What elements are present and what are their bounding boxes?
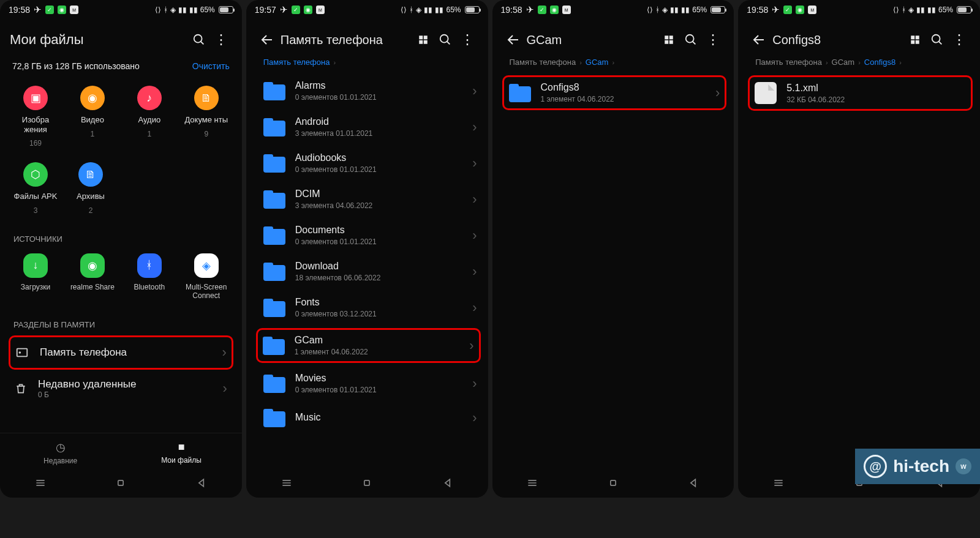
telegram-icon: ✈ — [526, 4, 534, 15]
nav-menu-icon[interactable] — [281, 477, 293, 489]
wifi-icon: ◈ — [170, 6, 176, 14]
search-icon[interactable] — [434, 29, 456, 51]
chevron-right-icon: › — [472, 264, 477, 280]
nav-home-icon[interactable] — [361, 477, 373, 489]
recent-deleted-item[interactable]: Недавно удаленные 0 Б › — [0, 370, 242, 408]
nav-menu-icon[interactable] — [772, 477, 785, 489]
item-name: GCam — [295, 335, 459, 346]
battery-icon — [957, 6, 971, 13]
svg-rect-21 — [669, 35, 673, 39]
bluetooth-icon: ᚼ — [655, 6, 660, 14]
overflow-menu-icon[interactable]: ⋮ — [456, 29, 478, 51]
status-badge-3: м — [316, 6, 325, 14]
status-bar: 19:58 ✈ ✓ ◉ м ⟨⟩ ᚼ ◈ ▮▮ ▮▮ 65% — [738, 0, 980, 20]
cat-docs[interactable]: 🗎 Докуме нты 9 — [182, 86, 231, 148]
item-name: Music — [295, 412, 462, 423]
folder-icon — [263, 190, 285, 209]
cat-label: Аудио — [125, 115, 174, 125]
src-label: Загрузки — [11, 283, 60, 291]
cat-count: 2 — [66, 206, 115, 215]
folder-row[interactable]: Alarms0 элементов 01.01.2021› — [246, 73, 488, 109]
src-downloads[interactable]: ↓ Загрузки — [11, 253, 60, 301]
signal2-icon: ▮▮ — [681, 6, 690, 14]
nav-menu-icon[interactable] — [526, 477, 538, 489]
folder-row[interactable]: Fonts0 элементов 03.12.2021› — [246, 290, 488, 326]
nav-home-icon[interactable] — [115, 477, 127, 489]
back-button[interactable] — [748, 29, 770, 51]
nav-back-icon[interactable] — [195, 477, 208, 489]
overflow-menu-icon[interactable]: ⋮ — [210, 29, 232, 51]
folder-row[interactable]: Music› — [246, 402, 488, 435]
crumb-root[interactable]: Память телефона — [510, 58, 576, 67]
folder-icon — [263, 82, 285, 100]
folder-row[interactable]: Documents0 элементов 01.01.2021› — [246, 217, 488, 253]
folder-row[interactable]: Android3 элемента 01.01.2021› — [246, 109, 488, 145]
overflow-menu-icon[interactable]: ⋮ — [948, 29, 970, 51]
crumb-root[interactable]: Память телефона — [263, 58, 330, 67]
grid-view-icon[interactable] — [412, 29, 434, 51]
folder-icon — [263, 154, 285, 173]
signal2-icon: ▮▮ — [189, 6, 198, 14]
svg-rect-9 — [419, 35, 423, 39]
nav-back-icon[interactable] — [687, 477, 699, 489]
share-icon: ◉ — [80, 253, 105, 278]
src-bluetooth[interactable]: ᚼ Bluetooth — [125, 253, 174, 301]
folder-icon — [263, 299, 285, 317]
src-multiscreen[interactable]: ◈ Multi-Screen Connect — [182, 253, 231, 301]
back-button[interactable] — [502, 29, 524, 51]
search-icon[interactable] — [926, 29, 948, 51]
clear-button[interactable]: Очистить — [192, 61, 230, 71]
crumb-gcam[interactable]: GCam — [832, 58, 855, 67]
folder-icon — [263, 118, 285, 136]
nav-back-icon[interactable] — [442, 477, 454, 489]
back-button[interactable] — [256, 29, 278, 51]
search-icon[interactable] — [188, 29, 210, 51]
page-title: Мои файлы — [10, 32, 188, 48]
nav-home-icon[interactable] — [607, 477, 619, 489]
cat-count: 3 — [11, 206, 60, 215]
cat-video[interactable]: ◉ Видео 1 — [68, 86, 117, 148]
grid-view-icon[interactable] — [658, 29, 680, 51]
folder-row[interactable]: DCIM3 элемента 04.06.2022› — [246, 181, 488, 217]
svg-point-35 — [932, 35, 940, 43]
grid-view-icon[interactable] — [904, 29, 926, 51]
overflow-menu-icon[interactable]: ⋮ — [702, 29, 724, 51]
folder-list: Configs81 элемент 04.06.2022› — [492, 73, 734, 472]
crumb-configs8[interactable]: Configs8 — [864, 58, 895, 67]
cat-archives[interactable]: 🗎 Архивы 2 — [66, 162, 115, 215]
cat-apk[interactable]: ⬡ Файлы APK 3 — [11, 162, 60, 215]
trash-icon — [15, 383, 27, 395]
status-badge-2: ◉ — [796, 6, 804, 14]
category-grid-2: ⬡ Файлы APK 3 🗎 Архивы 2 — [0, 159, 242, 226]
section-storage: РАЗДЕЛЫ В ПАМЯТИ — [0, 312, 242, 335]
folder-icon — [263, 337, 285, 355]
storage-icon — [15, 346, 29, 359]
crumb-gcam[interactable]: GCam — [586, 58, 609, 67]
item-label: Недавно удаленные — [38, 378, 211, 390]
phone-storage-item[interactable]: Память телефона › — [9, 335, 233, 370]
file-row[interactable]: 5.1.xml32 КБ 04.06.2022 — [748, 75, 973, 111]
cat-images[interactable]: ▣ Изобра жения 169 — [11, 86, 60, 148]
svg-line-25 — [693, 42, 696, 45]
folder-row[interactable]: Audiobooks0 элементов 01.01.2021› — [246, 145, 488, 181]
cat-audio[interactable]: ♪ Аудио 1 — [125, 86, 174, 148]
folder-row[interactable]: Movies0 элементов 01.01.2021› — [246, 365, 488, 402]
item-name: Movies — [295, 373, 462, 384]
tab-recent[interactable]: ◷ Недавние — [0, 433, 121, 472]
signal2-icon: ▮▮ — [435, 6, 443, 14]
src-realme-share[interactable]: ◉ realme Share — [68, 253, 117, 301]
cat-count: 169 — [11, 139, 60, 148]
sources-grid: ↓ Загрузки ◉ realme Share ᚼ Bluetooth ◈ … — [0, 250, 242, 312]
search-icon[interactable] — [680, 29, 702, 51]
folder-row[interactable]: GCam1 элемент 04.06.2022› — [256, 328, 481, 363]
folder-row[interactable]: Download18 элементов 06.06.2022› — [246, 253, 488, 290]
src-label: Bluetooth — [125, 283, 174, 291]
item-name: Fonts — [295, 297, 462, 308]
item-meta: 32 КБ 04.06.2022 — [786, 95, 966, 104]
screen-my-files: 19:58 ✈ ✓ ◉ м ⟨⟩ ᚼ ◈ ▮▮ ▮▮ 65% Мои файлы… — [0, 0, 242, 498]
tab-my-files[interactable]: ■ Мои файлы — [121, 433, 241, 472]
folder-row[interactable]: Configs81 элемент 04.06.2022› — [502, 75, 727, 110]
nav-menu-icon[interactable] — [34, 477, 47, 489]
crumb-root[interactable]: Память телефона — [755, 58, 822, 67]
app-header: GCam ⋮ — [492, 20, 734, 56]
